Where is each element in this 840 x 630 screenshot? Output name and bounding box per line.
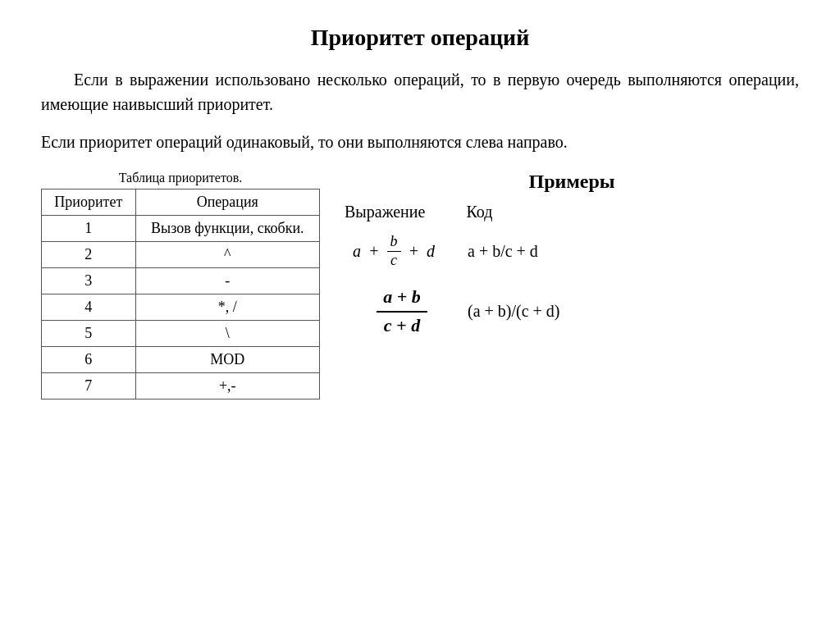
table-row: 4 *, / <box>42 294 320 321</box>
table-row: 7 +,- <box>42 373 320 399</box>
table-section: Таблица приоритетов. Приоритет Операция … <box>41 171 320 399</box>
table-row: 1 Вызов функции, скобки. <box>42 216 320 242</box>
operation-value: +,- <box>135 373 319 399</box>
expr1-plus2: + <box>404 242 424 261</box>
expr1-d: d <box>427 242 435 261</box>
priority-table: Приоритет Операция 1 Вызов функции, скоб… <box>41 189 320 399</box>
priority-value: 6 <box>42 347 136 373</box>
expr1-container: a + b c + d <box>353 233 451 269</box>
table-caption: Таблица приоритетов. <box>41 171 320 185</box>
priority-value: 5 <box>42 321 136 347</box>
big-fraction: a + b c + d <box>377 284 427 339</box>
table-row: 3 - <box>42 268 320 294</box>
fraction-numerator: b <box>387 233 401 252</box>
col-header-priority: Приоритет <box>42 189 136 216</box>
expr1-a: a <box>353 242 361 261</box>
priority-value: 3 <box>42 268 136 294</box>
examples-header: Выражение Код <box>345 203 799 221</box>
code-text-1: a + b/c + d <box>468 242 538 261</box>
operation-value: Вызов функции, скобки. <box>135 216 319 242</box>
fraction-denominator: c <box>387 252 400 270</box>
col-expression-label: Выражение <box>345 203 425 221</box>
operation-value: *, / <box>135 294 319 321</box>
expr1-plus1: + <box>364 242 384 261</box>
examples-section: Примеры Выражение Код a + b c + d a + <box>336 171 799 354</box>
example-row-1: a + b c + d a + b/c + d <box>345 233 799 269</box>
table-row: 2 ^ <box>42 242 320 268</box>
col-code-label: Код <box>466 203 492 221</box>
intro-paragraph: Если в выражении использовано несколько … <box>41 67 799 116</box>
operation-value: ^ <box>135 242 319 268</box>
table-row: 5 \ <box>42 321 320 347</box>
page-title: Приоритет операций <box>41 25 799 51</box>
table-header-row: Приоритет Операция <box>42 189 320 216</box>
priority-value: 1 <box>42 216 136 242</box>
math-expression-1: a + b c + d <box>353 233 451 269</box>
math-expression-2: a + b c + d <box>353 284 451 339</box>
expr1-fraction: b c <box>387 233 401 269</box>
priority-value: 7 <box>42 373 136 399</box>
second-paragraph: Если приоритет операций одинаковый, то о… <box>41 130 799 154</box>
col-header-operation: Операция <box>135 189 319 216</box>
operation-value: - <box>135 268 319 294</box>
content-area: Таблица приоритетов. Приоритет Операция … <box>41 171 799 399</box>
big-fraction-numerator: a + b <box>377 284 427 313</box>
priority-value: 2 <box>42 242 136 268</box>
priority-value: 4 <box>42 294 136 321</box>
operation-value: \ <box>135 321 319 347</box>
big-fraction-denominator: c + d <box>377 313 427 340</box>
operation-value: MOD <box>135 347 319 373</box>
code-text-2: (a + b)/(c + d) <box>468 302 560 321</box>
table-row: 6 MOD <box>42 347 320 373</box>
examples-title: Примеры <box>345 171 799 193</box>
example-row-2: a + b c + d (a + b)/(c + d) <box>345 284 799 339</box>
